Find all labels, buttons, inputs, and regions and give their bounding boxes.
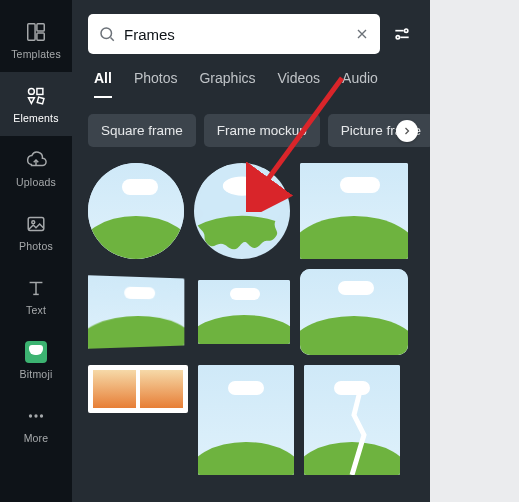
type-tabs: All Photos Graphics Videos Audio — [88, 54, 414, 98]
chips-next-button[interactable] — [396, 120, 418, 142]
clear-search-button[interactable] — [354, 26, 370, 42]
frame-tall-rect[interactable] — [198, 365, 294, 475]
frame-square[interactable] — [300, 163, 408, 259]
frame-circle[interactable] — [88, 163, 184, 259]
svg-point-12 — [396, 36, 399, 39]
rail-text[interactable]: Text — [0, 264, 72, 328]
uploads-icon — [24, 148, 48, 172]
rail-uploads[interactable]: Uploads — [0, 136, 72, 200]
frame-badge[interactable] — [194, 163, 290, 259]
tab-audio[interactable]: Audio — [342, 70, 378, 98]
search-box[interactable] — [88, 14, 380, 54]
search-icon — [98, 25, 116, 43]
chip-square-frame[interactable]: Square frame — [88, 114, 196, 147]
rail-templates[interactable]: Templates — [0, 8, 72, 72]
tab-all[interactable]: All — [94, 70, 112, 98]
sliders-icon — [392, 24, 412, 44]
svg-point-8 — [34, 414, 37, 417]
suggestion-chips: Square frame Frame mockup Picture frame — [88, 114, 414, 147]
rail-photos[interactable]: Photos — [0, 200, 72, 264]
results-grid — [88, 163, 414, 475]
side-rail: Templates Elements Uploads Photos Text — [0, 0, 72, 502]
svg-point-11 — [405, 29, 408, 32]
templates-icon — [24, 20, 48, 44]
rail-label: Uploads — [16, 176, 56, 188]
rail-label: Photos — [19, 240, 53, 252]
svg-rect-0 — [28, 24, 35, 41]
rail-label: Templates — [11, 48, 61, 60]
svg-point-3 — [28, 88, 34, 94]
text-icon — [24, 276, 48, 300]
rail-label: Elements — [13, 112, 58, 124]
frame-photo-strip[interactable] — [88, 365, 188, 413]
tab-videos[interactable]: Videos — [278, 70, 321, 98]
chip-frame-mockup[interactable]: Frame mockup — [204, 114, 320, 147]
svg-point-9 — [40, 414, 43, 417]
svg-rect-2 — [37, 33, 44, 40]
elements-panel: All Photos Graphics Videos Audio Square … — [72, 0, 430, 502]
frame-torn[interactable] — [304, 365, 400, 475]
chip-picture-frame[interactable]: Picture frame — [328, 114, 434, 147]
frame-perspective-left[interactable] — [88, 275, 184, 348]
rail-bitmoji[interactable]: Bitmoji — [0, 328, 72, 392]
more-icon — [24, 404, 48, 428]
search-filters-button[interactable] — [390, 22, 414, 46]
svg-point-7 — [29, 414, 32, 417]
svg-rect-1 — [37, 24, 44, 31]
tab-photos[interactable]: Photos — [134, 70, 178, 98]
search-row — [88, 14, 414, 54]
svg-point-10 — [101, 28, 112, 39]
bitmoji-icon — [24, 340, 48, 364]
canvas-area[interactable] — [430, 0, 519, 502]
rail-more[interactable]: More — [0, 392, 72, 456]
tab-graphics[interactable]: Graphics — [199, 70, 255, 98]
frame-rounded-rect[interactable] — [300, 269, 408, 355]
search-input[interactable] — [124, 26, 346, 43]
chevron-right-icon — [401, 125, 413, 137]
svg-point-14 — [194, 216, 290, 259]
svg-point-15 — [223, 176, 261, 195]
rail-label: More — [24, 432, 49, 444]
rail-label: Text — [26, 304, 46, 316]
rail-label: Bitmoji — [20, 368, 53, 380]
svg-point-6 — [32, 221, 35, 224]
app-root: Templates Elements Uploads Photos Text — [0, 0, 519, 502]
rail-elements[interactable]: Elements — [0, 72, 72, 136]
photos-icon — [24, 212, 48, 236]
elements-icon — [24, 84, 48, 108]
svg-rect-4 — [37, 88, 43, 94]
frame-small-rect[interactable] — [198, 280, 290, 344]
